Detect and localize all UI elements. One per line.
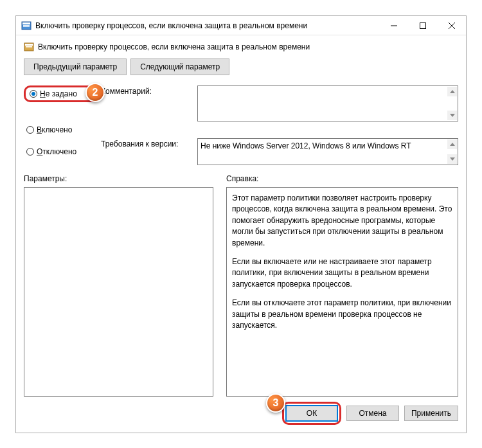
scroll-down-icon[interactable] [447, 154, 457, 164]
dialog-buttons: 3 ОК Отмена Применить [24, 397, 458, 426]
help-text-1: Этот параметр политики позволяет настрои… [232, 193, 452, 249]
policy-icon [24, 42, 34, 52]
close-button[interactable] [437, 16, 466, 35]
comment-input[interactable] [197, 85, 458, 121]
next-setting-button[interactable]: Следующий параметр [130, 58, 229, 75]
close-icon [449, 22, 455, 29]
minimize-button[interactable] [379, 16, 408, 35]
dialog-content: Включить проверку процессов, если включе… [16, 35, 466, 433]
annotation-badge-2: 2 [85, 83, 105, 102]
content-columns: Этот параметр политики позволяет настрои… [24, 187, 458, 397]
requirements-box: Не ниже Windows Server 2012, Windows 8 и… [197, 138, 458, 165]
svg-rect-5 [420, 22, 425, 28]
maximize-icon [420, 22, 426, 29]
help-label: Справка: [226, 174, 258, 183]
help-text-3: Если вы отключаете этот параметр политик… [232, 298, 452, 331]
radio-icon [30, 90, 37, 98]
requirements-label: Требования к версии: [101, 138, 197, 165]
radio-icon [26, 126, 34, 134]
parameters-box [24, 187, 213, 397]
policy-icon [21, 21, 31, 31]
svg-rect-10 [26, 46, 32, 47]
section-labels: Параметры: Справка: [24, 174, 458, 183]
row-not-configured: Не задано 2 Комментарий: [24, 85, 458, 121]
dialog-window: Включить проверку процессов, если включе… [15, 15, 467, 433]
nav-buttons: Предыдущий параметр Следующий параметр [24, 58, 458, 75]
radio-disabled-label: тключено [42, 147, 76, 156]
radio-enabled[interactable]: Включено [24, 124, 101, 136]
svg-rect-3 [23, 26, 30, 27]
scroll-up-icon[interactable] [447, 87, 457, 96]
subheader-text: Включить проверку процессов, если включе… [38, 42, 310, 51]
requirements-value: Не ниже Windows Server 2012, Windows 8 и… [201, 141, 411, 150]
subheader: Включить проверку процессов, если включе… [24, 42, 458, 52]
row-disabled-requirements: Отключено Требования к версии: Не ниже W… [24, 138, 458, 165]
scroll-up-icon[interactable] [447, 139, 457, 149]
radio-not-configured-label: е задано [46, 89, 77, 98]
svg-marker-14 [450, 143, 455, 146]
maximize-button[interactable] [408, 16, 437, 35]
svg-rect-2 [23, 25, 30, 26]
svg-marker-15 [450, 157, 455, 161]
titlebar: Включить проверку процессов, если включе… [16, 16, 466, 35]
ok-highlight: 3 ОК [282, 402, 341, 425]
parameters-label: Параметры: [24, 174, 213, 183]
svg-marker-13 [450, 114, 455, 117]
prev-setting-button[interactable]: Предыдущий параметр [24, 58, 127, 75]
cancel-button[interactable]: Отмена [346, 406, 399, 421]
radio-enabled-label: ключено [42, 125, 72, 134]
svg-rect-9 [25, 44, 33, 46]
row-enabled: Включено [24, 124, 458, 136]
scroll-down-icon[interactable] [447, 111, 457, 120]
apply-button[interactable]: Применить [404, 406, 458, 421]
radio-icon [26, 148, 34, 156]
svg-rect-1 [22, 22, 30, 24]
svg-rect-11 [26, 48, 32, 48]
help-text-2: Если вы включаете или не настраиваете эт… [232, 256, 452, 290]
ok-button[interactable]: ОК [285, 405, 338, 422]
window-controls [379, 16, 466, 35]
window-title: Включить проверку процессов, если включе… [35, 21, 379, 30]
svg-marker-12 [450, 90, 455, 93]
minimize-icon [391, 22, 397, 29]
annotation-badge-3: 3 [266, 393, 285, 413]
radio-disabled[interactable]: Отключено [24, 138, 101, 165]
help-box: Этот параметр политики позволяет настрои… [226, 187, 458, 397]
comment-label: Комментарий: [101, 85, 197, 96]
